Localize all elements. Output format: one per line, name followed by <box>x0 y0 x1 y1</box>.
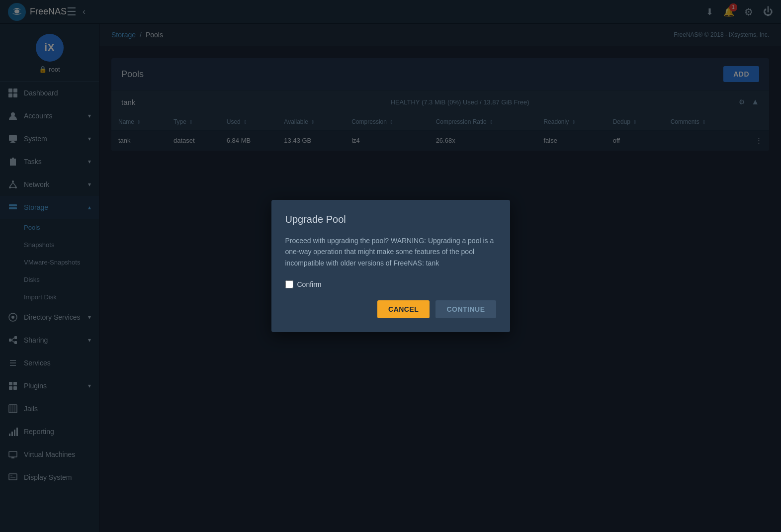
dialog-actions: CANCEL CONTINUE <box>285 300 496 318</box>
dialog-title: Upgrade Pool <box>285 214 496 225</box>
confirm-checkbox[interactable] <box>285 280 293 288</box>
dialog-overlay: Upgrade Pool Proceed with upgrading the … <box>0 0 781 532</box>
dialog-confirm-row: Confirm <box>285 280 496 288</box>
upgrade-pool-dialog: Upgrade Pool Proceed with upgrading the … <box>271 200 510 332</box>
cancel-button[interactable]: CANCEL <box>377 300 430 318</box>
continue-button[interactable]: CONTINUE <box>435 300 496 318</box>
dialog-body: Proceed with upgrading the pool? WARNING… <box>285 235 496 268</box>
confirm-label[interactable]: Confirm <box>297 280 322 288</box>
